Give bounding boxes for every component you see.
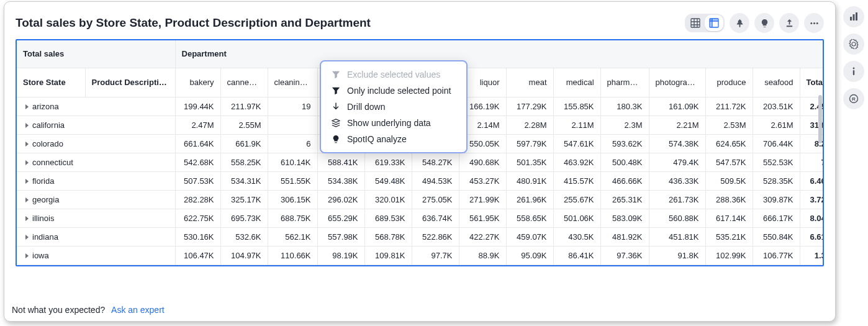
value-cell[interactable]: 453.27K xyxy=(459,171,506,190)
rail-chart-button[interactable] xyxy=(843,6,864,27)
value-cell[interactable]: 588.41K xyxy=(317,153,364,171)
value-cell[interactable]: 522.86K xyxy=(412,227,459,246)
header-department[interactable]: Department xyxy=(175,40,824,68)
value-cell[interactable]: 597.79K xyxy=(506,134,553,153)
state-cell[interactable]: colorado xyxy=(17,134,175,153)
col-cleaning-supplies[interactable]: cleaning supplie xyxy=(268,68,317,97)
value-cell[interactable]: 203.51K xyxy=(753,97,800,115)
value-cell[interactable]: 610.14K xyxy=(268,153,317,171)
ctx-include[interactable]: Only include selected point xyxy=(321,83,466,99)
more-button[interactable] xyxy=(804,13,824,33)
header-store-state[interactable]: Store State xyxy=(17,68,85,97)
value-cell[interactable]: 706.44K xyxy=(753,134,800,153)
value-cell[interactable]: 2.3M xyxy=(600,115,649,134)
value-cell[interactable]: 500.48K xyxy=(600,153,649,171)
value-cell[interactable]: 309.87K xyxy=(753,190,800,209)
value-cell[interactable]: 282.28K xyxy=(175,190,220,209)
value-cell[interactable]: 509.5K xyxy=(705,171,753,190)
ask-expert-link[interactable]: Ask an expert xyxy=(111,305,165,315)
value-cell[interactable]: 507.53K xyxy=(175,171,220,190)
value-cell[interactable]: 110.66K xyxy=(268,246,317,265)
value-cell[interactable]: 155.85K xyxy=(553,97,600,115)
value-cell[interactable]: 558.65K xyxy=(506,209,553,227)
value-cell[interactable]: 622.75K xyxy=(175,209,220,227)
col-produce[interactable]: produce xyxy=(705,68,753,97)
value-cell[interactable]: 689.53K xyxy=(364,209,412,227)
value-cell[interactable]: 261.73K xyxy=(649,190,705,209)
state-cell[interactable]: connecticut xyxy=(17,153,175,171)
value-cell[interactable]: 558.25K xyxy=(220,153,268,171)
expand-caret-icon[interactable] xyxy=(25,123,29,128)
rail-r-button[interactable]: R xyxy=(843,88,864,109)
value-cell[interactable]: 6 xyxy=(268,134,317,153)
value-cell[interactable]: 98.19K xyxy=(317,246,364,265)
value-cell[interactable]: 557.98K xyxy=(317,227,364,246)
value-cell[interactable]: 666.17K xyxy=(753,209,800,227)
value-cell[interactable]: 636.74K xyxy=(412,209,459,227)
value-cell[interactable]: 199.44K xyxy=(175,97,220,115)
col-seafood[interactable]: seafood xyxy=(753,68,800,97)
state-cell[interactable]: florida xyxy=(17,171,175,190)
expand-caret-icon[interactable] xyxy=(25,142,29,147)
header-total-sales[interactable]: Total sales xyxy=(17,40,175,68)
value-cell[interactable]: 161.09K xyxy=(649,97,705,115)
value-cell[interactable]: 102.99K xyxy=(705,246,753,265)
value-cell[interactable]: 261.96K xyxy=(506,190,553,209)
value-cell[interactable]: 534.31K xyxy=(220,171,268,190)
value-cell[interactable]: 104.97K xyxy=(220,246,268,265)
value-cell[interactable]: 550.84K xyxy=(753,227,800,246)
value-cell[interactable]: 436.33K xyxy=(649,171,705,190)
expand-caret-icon[interactable] xyxy=(25,104,29,109)
value-cell[interactable]: 2.53M xyxy=(705,115,753,134)
value-cell[interactable]: 593.62K xyxy=(600,134,649,153)
value-cell[interactable]: 88.9K xyxy=(459,246,506,265)
header-product-description[interactable]: Product Description xyxy=(85,68,175,97)
value-cell[interactable]: 255.67K xyxy=(553,190,600,209)
spotiq-button[interactable] xyxy=(754,13,774,33)
value-cell[interactable] xyxy=(268,115,317,134)
value-cell[interactable]: 583.09K xyxy=(600,209,649,227)
value-cell[interactable]: 480.91K xyxy=(506,171,553,190)
grid-view-button[interactable] xyxy=(686,15,705,31)
value-cell[interactable]: 430.5K xyxy=(553,227,600,246)
state-cell[interactable]: indiana xyxy=(17,227,175,246)
value-cell[interactable]: 19 xyxy=(268,97,317,115)
value-cell[interactable]: 501.06K xyxy=(553,209,600,227)
value-cell[interactable]: 695.73K xyxy=(220,209,268,227)
value-cell[interactable]: 211.97K xyxy=(220,97,268,115)
value-cell[interactable]: 265.31K xyxy=(600,190,649,209)
value-cell[interactable]: 275.05K xyxy=(412,190,459,209)
value-cell[interactable]: 2.55M xyxy=(220,115,268,134)
value-cell[interactable]: 561.95K xyxy=(459,209,506,227)
value-cell[interactable]: 624.65K xyxy=(705,134,753,153)
value-cell[interactable]: 211.72K xyxy=(705,97,753,115)
pivot-view-button[interactable] xyxy=(705,15,723,31)
value-cell[interactable]: 548.27K xyxy=(412,153,459,171)
value-cell[interactable]: 560.88K xyxy=(649,209,705,227)
value-cell[interactable]: 547.57K xyxy=(705,153,753,171)
value-cell[interactable]: 568.78K xyxy=(364,227,412,246)
value-cell[interactable]: 86.41K xyxy=(553,246,600,265)
value-cell[interactable]: 106.77K xyxy=(753,246,800,265)
share-button[interactable] xyxy=(779,13,799,33)
rail-info-button[interactable] xyxy=(843,61,864,82)
col-total[interactable]: Total sales xyxy=(800,68,824,97)
col-pharmacy[interactable]: pharmacy xyxy=(600,68,649,97)
value-cell[interactable]: 97.36K xyxy=(600,246,649,265)
value-cell[interactable]: 547.61K xyxy=(553,134,600,153)
value-cell[interactable]: 180.3K xyxy=(600,97,649,115)
value-cell[interactable]: 320.01K xyxy=(364,190,412,209)
value-cell[interactable]: 463.92K xyxy=(553,153,600,171)
expand-caret-icon[interactable] xyxy=(25,253,29,258)
ctx-underlying[interactable]: Show underlying data xyxy=(321,115,466,131)
value-cell[interactable]: 2.28M xyxy=(506,115,553,134)
value-cell[interactable]: 296.02K xyxy=(317,190,364,209)
value-cell[interactable]: 574.38K xyxy=(649,134,705,153)
value-cell[interactable]: 530.16K xyxy=(175,227,220,246)
value-cell[interactable]: 106.47K xyxy=(175,246,220,265)
value-cell[interactable]: 415.57K xyxy=(553,171,600,190)
value-cell[interactable]: 494.53K xyxy=(412,171,459,190)
col-photography[interactable]: photography xyxy=(649,68,705,97)
value-cell[interactable]: 562.1K xyxy=(268,227,317,246)
value-cell[interactable]: 466.66K xyxy=(600,171,649,190)
